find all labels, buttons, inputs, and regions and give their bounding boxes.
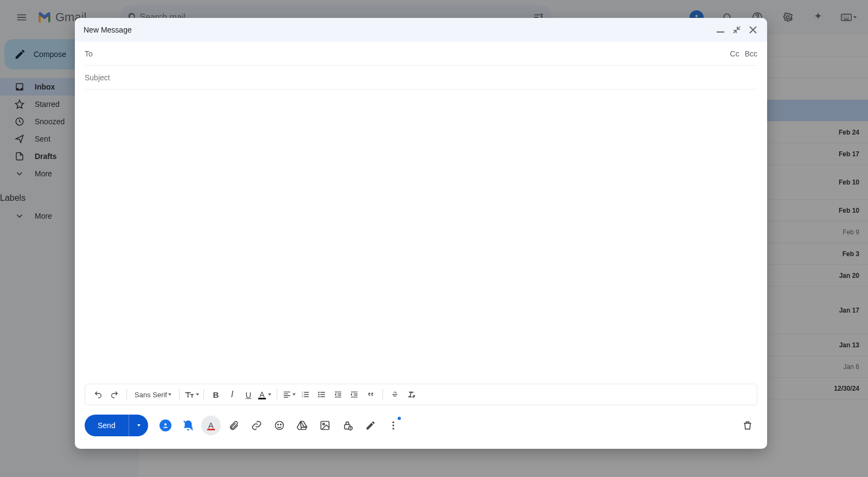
redo-icon xyxy=(110,390,119,399)
font-family-label: Sans Serif xyxy=(135,391,167,399)
insert-drive-button[interactable] xyxy=(292,416,312,435)
clear-formatting-button[interactable] xyxy=(404,387,419,402)
caret-down-icon xyxy=(853,16,857,18)
formatting-options-button[interactable]: A xyxy=(201,416,221,435)
input-tools-button[interactable] xyxy=(838,7,859,28)
mail-date: 12/30/24 xyxy=(834,385,859,392)
send-button[interactable]: Send xyxy=(85,415,129,436)
pencil-icon xyxy=(14,48,26,60)
compose-textarea[interactable] xyxy=(85,96,757,384)
fullscreen-exit-button[interactable] xyxy=(731,24,742,35)
svg-point-15 xyxy=(164,423,167,425)
subject-row xyxy=(85,66,757,90)
nav-label: More xyxy=(35,212,52,220)
close-button[interactable] xyxy=(748,24,758,35)
to-input[interactable] xyxy=(99,49,724,58)
separator xyxy=(382,389,383,400)
svg-rect-8 xyxy=(717,31,724,33)
svg-point-25 xyxy=(392,424,394,426)
close-icon xyxy=(749,26,757,34)
insert-signature-button[interactable] xyxy=(361,416,380,435)
spelling-grammar-button[interactable] xyxy=(178,416,198,435)
numbered-list-icon: 123 xyxy=(301,390,310,399)
more-options-button[interactable] xyxy=(384,416,403,435)
separator xyxy=(203,389,204,400)
collapse-icon xyxy=(733,26,741,34)
svg-point-19 xyxy=(280,424,281,425)
insert-link-button[interactable] xyxy=(247,416,266,435)
settings-button[interactable] xyxy=(777,7,799,28)
send-bar: Send A xyxy=(75,411,767,449)
bold-button[interactable]: B xyxy=(208,387,224,402)
bulleted-list-icon xyxy=(317,390,326,399)
nav-label: Drafts xyxy=(35,152,56,161)
indent-less-button[interactable] xyxy=(330,387,346,402)
separator xyxy=(126,389,127,400)
separator xyxy=(277,389,277,400)
compose-button[interactable]: Compose xyxy=(4,39,81,69)
discard-draft-button[interactable] xyxy=(738,416,757,435)
cc-button[interactable]: Cc xyxy=(730,49,739,58)
confidential-mode-button[interactable] xyxy=(338,416,358,435)
image-icon xyxy=(320,420,330,431)
chevron-down-icon xyxy=(14,211,25,221)
svg-text:3: 3 xyxy=(302,395,303,398)
caret-down-icon xyxy=(196,393,199,396)
indicator-dot xyxy=(398,417,401,420)
formatting-toolbar: Sans Serif B I U A 123 xyxy=(85,384,757,405)
font-family-select[interactable]: Sans Serif xyxy=(131,387,175,402)
undo-button[interactable] xyxy=(91,387,106,402)
caret-down-icon xyxy=(168,393,171,396)
mail-date: Jan 6 xyxy=(844,363,859,371)
indent-more-button[interactable] xyxy=(347,387,362,402)
strikethrough-button[interactable] xyxy=(387,387,403,402)
text-size-icon xyxy=(184,390,195,399)
svg-point-5 xyxy=(786,16,789,19)
text-color-button[interactable]: A xyxy=(257,387,272,402)
mail-date: Feb 24 xyxy=(839,129,859,136)
attach-file-button[interactable] xyxy=(224,416,244,435)
main-menu-button[interactable] xyxy=(9,4,35,30)
mail-date: Feb 17 xyxy=(839,150,859,158)
underline-icon: U xyxy=(246,390,252,399)
align-button[interactable] xyxy=(282,387,297,402)
strikethrough-icon xyxy=(391,390,399,399)
inbox-icon xyxy=(14,81,25,92)
gemini-button[interactable] xyxy=(807,7,829,28)
bulleted-list-button[interactable] xyxy=(314,387,329,402)
clock-icon xyxy=(14,116,25,127)
svg-rect-20 xyxy=(321,422,329,430)
mail-date: Jan 20 xyxy=(839,272,859,279)
underline-button[interactable]: U xyxy=(241,387,256,402)
redo-button[interactable] xyxy=(107,387,122,402)
mail-date: Feb 10 xyxy=(839,207,859,214)
bcc-button[interactable]: Bcc xyxy=(745,49,757,58)
spellcheck-icon xyxy=(162,422,169,429)
align-left-icon xyxy=(283,390,291,399)
star-icon xyxy=(14,99,25,110)
quote-button[interactable] xyxy=(363,387,378,402)
minimize-button[interactable] xyxy=(715,24,726,35)
paperclip-icon xyxy=(228,420,239,431)
italic-button[interactable]: I xyxy=(225,387,240,402)
insert-emoji-button[interactable] xyxy=(270,416,289,435)
mail-date: Feb 10 xyxy=(839,179,859,186)
signature-icon xyxy=(365,420,376,431)
caret-down-icon xyxy=(268,393,271,396)
send-more-button[interactable] xyxy=(129,415,148,436)
italic-icon: I xyxy=(231,390,233,399)
svg-point-13 xyxy=(318,394,320,396)
more-vert-icon xyxy=(388,420,399,431)
insert-photo-button[interactable] xyxy=(315,416,335,435)
to-label: To xyxy=(85,49,93,58)
send-button-group: Send xyxy=(85,415,148,436)
font-size-button[interactable] xyxy=(184,387,199,402)
draft-icon xyxy=(14,151,25,162)
svg-point-26 xyxy=(392,428,394,429)
numbered-list-button[interactable]: 123 xyxy=(298,387,313,402)
svg-point-1 xyxy=(541,14,543,16)
trash-icon xyxy=(742,420,753,431)
subject-input[interactable] xyxy=(85,73,757,82)
writing-suggestions-button[interactable] xyxy=(156,416,175,435)
menu-icon xyxy=(16,11,28,23)
